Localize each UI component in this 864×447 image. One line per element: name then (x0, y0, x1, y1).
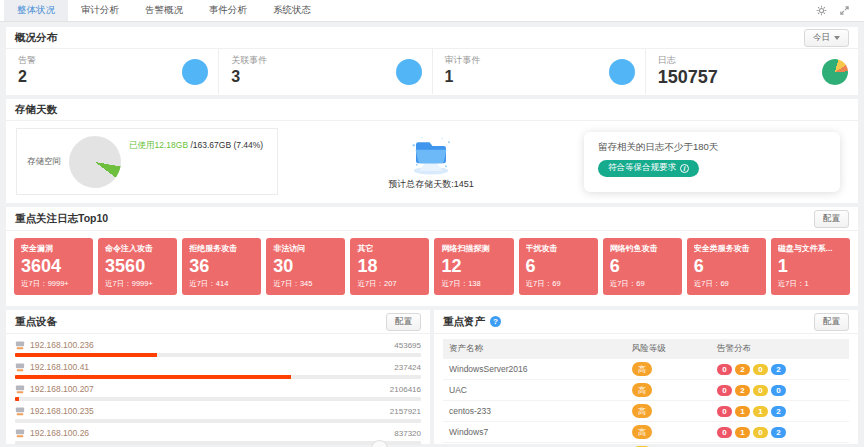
log-tile-value: 3604 (21, 256, 86, 278)
device-row[interactable]: 192.168.100.2072106416 (15, 384, 421, 401)
asset-row[interactable]: centos-233 高 0 1 1 2 (443, 401, 849, 422)
log-tile[interactable]: 拒绝服务攻击36近7日：414 (182, 238, 261, 295)
asset-row[interactable]: 192.168.108.11 中 0 0 1 0 (443, 443, 849, 447)
log-tile-recent: 近7日：9999+ (21, 279, 86, 289)
device-usage-bar (15, 441, 421, 445)
log-tile-title: 其它 (357, 243, 422, 254)
asset-name: Windows7 (443, 422, 626, 443)
device-row[interactable]: 192.168.100.41237424 (15, 362, 421, 379)
alert-badges: 0 1 1 2 (717, 406, 786, 417)
device-row[interactable]: 192.168.100.2352157921 (15, 406, 421, 423)
tab-event-analysis[interactable]: 事件分析 (196, 0, 260, 21)
overview-stats: 告警 2 关联事件 3 审计事件 1 日志 150757 (6, 49, 858, 94)
storage-title: 存储天数 (15, 103, 57, 117)
device-row[interactable]: 192.168.100.26837320 (15, 428, 421, 445)
time-range-value: 今日 (813, 32, 830, 44)
log-tile[interactable]: 安全类服务攻击6近7日：69 (687, 238, 766, 295)
log-tile-recent: 近7日：1 (778, 279, 843, 289)
alert-badge-high: 1 (735, 427, 750, 438)
stat-audit-events[interactable]: 审计事件 1 (433, 49, 646, 94)
log-tile-recent: 近7日：69 (694, 279, 759, 289)
asset-name: centos-233 (443, 401, 626, 422)
log-tile-title: 安全类服务攻击 (694, 243, 759, 254)
storage-space-panel: 存储空间 已使用12.18GB /163.67GB (7.44%) (16, 128, 278, 195)
device-ip: 192.168.100.41 (30, 362, 89, 372)
asset-row[interactable]: Windows7 高 0 1 0 2 (443, 422, 849, 443)
log-tile-value: 18 (357, 256, 422, 278)
log-tile-title: 非法访问 (273, 243, 338, 254)
asset-name: 192.168.108.11 (443, 443, 626, 447)
tab-overall-status[interactable]: 整体状况 (4, 0, 68, 21)
storage-space-label: 存储空间 (27, 156, 61, 168)
log-tile[interactable]: 磁盘与文件系...1近7日：1 (771, 238, 850, 295)
tab-system-status[interactable]: 系统状态 (260, 0, 324, 21)
alert-badge-medium: 1 (753, 406, 768, 417)
asset-row[interactable]: WindowsServer2016 高 0 2 0 2 (443, 359, 849, 380)
compliance-badge[interactable]: 符合等保合规要求 i (598, 160, 699, 177)
blue-circle-icon (609, 59, 635, 85)
stat-value: 150757 (658, 68, 846, 88)
device-icon (15, 429, 25, 438)
device-icon (15, 407, 25, 416)
tab-alert-overview[interactable]: 告警概况 (132, 0, 196, 21)
alert-badge-critical: 0 (717, 364, 732, 375)
overview-header: 概况分布 今日 (6, 27, 858, 49)
storage-days-caption: 预计总存储天数:1451 (388, 178, 474, 191)
stat-label: 告警 (18, 54, 206, 67)
alert-badge-high: 2 (735, 385, 750, 396)
alert-badge-low: 2 (771, 427, 786, 438)
help-icon[interactable]: ? (490, 316, 501, 327)
assets-config-button[interactable]: 配置 (814, 313, 849, 331)
storage-used-value: 已使用12.18GB (129, 140, 188, 150)
top-logs-config-button[interactable]: 配置 (814, 210, 849, 228)
device-count: 2157921 (390, 407, 421, 416)
log-tile-recent: 近7日：207 (357, 279, 422, 289)
device-count: 2106416 (390, 385, 421, 394)
device-count: 237424 (394, 363, 421, 372)
device-list: 192.168.100.236453695 192.168.100.412374… (6, 334, 430, 445)
devices-config-button[interactable]: 配置 (386, 313, 421, 331)
stat-correlated-events[interactable]: 关联事件 3 (219, 49, 432, 94)
log-tile[interactable]: 其它18近7日：207 (350, 238, 429, 295)
log-tile[interactable]: 非法访问30近7日：345 (266, 238, 345, 295)
gear-icon[interactable] (816, 5, 827, 16)
stat-label: 审计事件 (445, 54, 633, 67)
alert-badge-high: 2 (735, 364, 750, 375)
col-asset-name: 资产名称 (443, 339, 626, 359)
retention-note: 留存相关的日志不少于180天 (598, 141, 826, 154)
device-usage-bar (15, 353, 421, 357)
time-range-select[interactable]: 今日 (804, 29, 849, 47)
alert-badge-medium: 0 (753, 385, 768, 396)
device-row[interactable]: 192.168.100.236453695 (15, 340, 421, 357)
log-tile-value: 3560 (105, 256, 170, 278)
log-tile[interactable]: 干扰攻击6近7日：69 (519, 238, 598, 295)
overview-title: 概况分布 (15, 31, 57, 45)
top-logs-card: 重点关注日志Top10 配置 安全漏洞3604近7日：9999+ 命令注入攻击3… (6, 207, 858, 306)
top-tab-bar: 整体状况 审计分析 告警概况 事件分析 系统状态 (0, 0, 864, 22)
blue-circle-icon (182, 59, 208, 85)
tab-audit-analysis[interactable]: 审计分析 (68, 0, 132, 21)
device-ip: 192.168.100.235 (30, 406, 94, 416)
key-devices-card: 重点设备 配置 192.168.100.236453695 192.168.10… (6, 310, 430, 444)
log-tile[interactable]: 命令注入攻击3560近7日：9999+ (98, 238, 177, 295)
col-risk-level: 风险等级 (626, 339, 711, 359)
stat-value: 1 (445, 68, 633, 86)
log-tile-value: 1 (778, 256, 843, 278)
folder-icon (407, 133, 455, 177)
stat-logs[interactable]: 日志 150757 (646, 49, 858, 94)
device-icon (15, 385, 25, 394)
asset-name: WindowsServer2016 (443, 359, 626, 380)
log-tiles-row: 安全漏洞3604近7日：9999+ 命令注入攻击3560近7日：9999+ 拒绝… (6, 231, 858, 305)
log-tile[interactable]: 网络钓鱼攻击6近7日：69 (603, 238, 682, 295)
key-assets-header: 重点资产 ? 配置 (434, 310, 858, 334)
log-tile-recent: 近7日：9999+ (105, 279, 170, 289)
storage-total-value: /163.67GB (7.44%) (188, 140, 263, 150)
fullscreen-icon[interactable] (839, 5, 850, 16)
alert-badges: 0 2 0 0 (717, 385, 786, 396)
key-devices-title: 重点设备 (15, 315, 57, 329)
stat-alerts[interactable]: 告警 2 (6, 49, 219, 94)
log-tile[interactable]: 安全漏洞3604近7日：9999+ (14, 238, 93, 295)
asset-row[interactable]: UAC 高 0 2 0 0 (443, 380, 849, 401)
log-tile[interactable]: 网络扫描探测12近7日：138 (434, 238, 513, 295)
assets-table: 资产名称 风险等级 告警分布 WindowsServer2016 高 0 2 0… (443, 339, 849, 447)
